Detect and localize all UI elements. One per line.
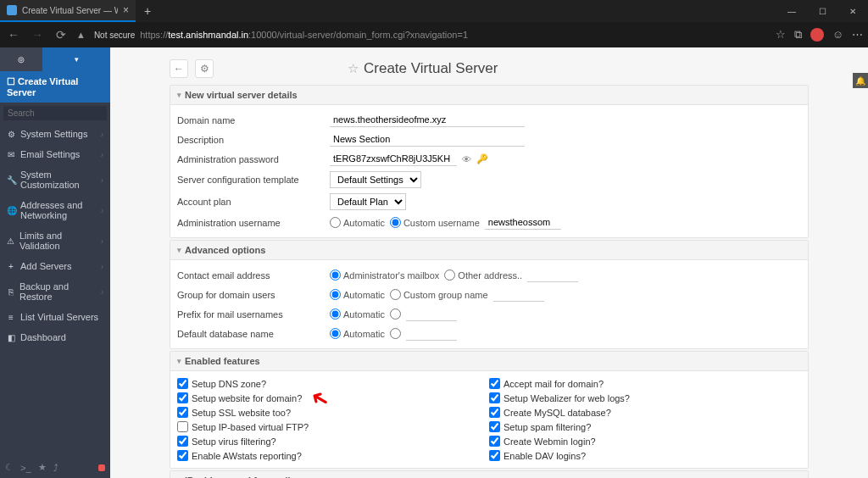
config-template-select[interactable]: Default Settings	[330, 171, 421, 188]
feature-checkbox[interactable]: Enable AWstats reporting?	[177, 448, 489, 463]
sidebar-item-8[interactable]: ◧Dashboard	[0, 327, 110, 347]
chevron-right-icon: ›	[101, 236, 103, 246]
new-tab-button[interactable]: +	[136, 4, 159, 18]
username-automatic-radio[interactable]: Automatic	[330, 217, 385, 228]
sidebar-header: ☐ Create Virtual Server	[0, 71, 110, 103]
window-maximize-button[interactable]: ☐	[807, 0, 837, 22]
sidebar-item-label: System Settings	[20, 129, 87, 139]
window-minimize-button[interactable]: —	[776, 0, 807, 22]
admin-password-input[interactable]	[330, 152, 457, 166]
config-template-label: Server configuration template	[177, 175, 330, 185]
sidebar-search-input[interactable]	[3, 106, 107, 120]
chevron-right-icon: ›	[101, 287, 103, 297]
url-scheme: https://	[140, 30, 168, 40]
feature-checkbox[interactable]: Create MySQL database?	[489, 405, 801, 420]
feature-checkbox[interactable]: Setup spam filtering?	[489, 420, 801, 434]
account-plan-label: Account plan	[177, 197, 330, 207]
section-ip-forwarding[interactable]: ▾IP address and forwarding	[170, 471, 808, 478]
feature-checkbox[interactable]: Accept mail for domain?	[489, 376, 801, 391]
db-custom-radio[interactable]	[390, 328, 401, 339]
webmin-tab[interactable]: ◎ Webmin	[0, 47, 42, 71]
generate-password-icon[interactable]: 🔑	[476, 153, 488, 164]
contact-other-input[interactable]	[527, 268, 578, 282]
admin-password-label: Administration password	[177, 154, 330, 164]
prefix-automatic-radio[interactable]: Automatic	[330, 308, 385, 320]
sidebar-bottom-toolbar: ☾ >_ ★ ⤴	[0, 457, 110, 478]
feature-checkbox[interactable]: Setup virus filtering?	[177, 434, 489, 448]
virtualmin-tab[interactable]: ▾ Virtualmin	[42, 47, 110, 71]
admin-username-label: Administration username	[177, 218, 330, 228]
profile-avatar[interactable]	[810, 28, 824, 42]
feature-checkbox[interactable]: Setup IP-based virtual FTP?	[177, 420, 489, 434]
favorite-page-icon[interactable]: ☆	[348, 61, 359, 76]
section-new-server-details[interactable]: ▾New virtual server details	[170, 86, 808, 105]
sidebar-item-2[interactable]: 🔧System Customization›	[0, 164, 110, 195]
terminal-icon[interactable]: >_	[20, 463, 31, 473]
tab-close-icon[interactable]: ×	[123, 4, 129, 16]
share-icon[interactable]: ⤴	[53, 463, 58, 473]
alert-indicator[interactable]	[98, 464, 105, 471]
feature-checkbox[interactable]: Create Webmin login?	[489, 434, 801, 448]
page-settings-button[interactable]: ⚙	[195, 59, 214, 78]
show-password-icon[interactable]: 👁	[462, 154, 471, 164]
group-custom-radio[interactable]: Custom group name	[390, 289, 488, 300]
refresh-button[interactable]: ⟳	[53, 28, 70, 42]
contact-other-radio[interactable]: Other address..	[444, 270, 522, 281]
group-custom-input[interactable]	[493, 287, 544, 302]
moon-icon[interactable]: ☾	[5, 462, 14, 473]
not-secure-label: Not secure	[94, 31, 135, 40]
username-custom-radio[interactable]: Custom username	[390, 217, 480, 228]
chevron-right-icon: ›	[101, 262, 103, 271]
sidebar-item-1[interactable]: ✉Email Settings›	[0, 144, 110, 164]
feature-checkbox[interactable]: Setup website for domain?	[177, 391, 489, 405]
back-button[interactable]: ←	[5, 28, 22, 42]
sidebar-icon: ◧	[7, 333, 15, 342]
notification-bell-icon[interactable]: 🔔	[853, 73, 868, 88]
sidebar-item-label: Dashboard	[20, 332, 66, 342]
group-automatic-radio[interactable]: Automatic	[330, 289, 385, 300]
url-path: :10000/virtual-server/domain_form.cgi?xn…	[248, 30, 468, 40]
feature-checkbox[interactable]: Setup Webalizer for web logs?	[489, 391, 801, 405]
face-icon[interactable]: ☺	[832, 28, 843, 42]
domain-name-label: Domain name	[177, 115, 330, 125]
sidebar-item-4[interactable]: ⚠Limits and Validation›	[0, 225, 110, 256]
account-plan-select[interactable]: Default Plan	[330, 193, 406, 210]
feature-checkbox[interactable]: Setup DNS zone?	[177, 376, 489, 391]
tab-title: Create Virtual Server — Webmi...	[22, 6, 118, 15]
sidebar-item-label: Limits and Validation	[19, 231, 96, 251]
sidebar-item-3[interactable]: 🌐Addresses and Networking›	[0, 195, 110, 225]
contact-admin-mailbox-radio[interactable]: Administrator's mailbox	[330, 270, 439, 281]
section-enabled-features[interactable]: ▾Enabled features	[170, 352, 808, 371]
page-back-button[interactable]: ←	[170, 59, 188, 78]
default-db-label: Default database name	[177, 329, 330, 339]
forward-button[interactable]: →	[29, 28, 46, 42]
prefix-custom-input[interactable]	[406, 307, 457, 321]
browser-tab[interactable]: Create Virtual Server — Webmi... ×	[0, 0, 136, 22]
sidebar-item-6[interactable]: ⎘Backup and Restore›	[0, 276, 110, 307]
feature-checkbox[interactable]: Setup SSL website too?	[177, 405, 489, 420]
chevron-right-icon: ›	[101, 150, 103, 159]
section-advanced-options[interactable]: ▾Advanced options	[170, 241, 808, 260]
url-domain: test.anishmandal.in	[168, 30, 248, 40]
sidebar-icon: 🌐	[7, 206, 15, 215]
sidebar-item-0[interactable]: ⚙System Settings›	[0, 124, 110, 144]
star-icon[interactable]: ★	[38, 462, 47, 473]
chevron-right-icon: ›	[101, 130, 103, 139]
address-bar[interactable]: ▲ Not secure https://test.anishmandal.in…	[76, 30, 769, 40]
sidebar-item-label: Backup and Restore	[19, 281, 96, 302]
description-input[interactable]	[330, 132, 525, 147]
chevron-right-icon: ›	[101, 175, 103, 185]
prefix-custom-radio[interactable]	[390, 308, 401, 320]
db-automatic-radio[interactable]: Automatic	[330, 328, 385, 339]
sidebar-icon: +	[7, 262, 15, 271]
collections-icon[interactable]: ⧉	[794, 28, 802, 42]
sidebar-item-7[interactable]: ≡List Virtual Servers	[0, 307, 110, 327]
window-close-button[interactable]: ✕	[837, 0, 868, 22]
favorite-icon[interactable]: ☆	[776, 28, 786, 42]
feature-checkbox[interactable]: Enable DAV logins?	[489, 448, 801, 463]
admin-username-input[interactable]	[485, 215, 561, 230]
sidebar-item-5[interactable]: +Add Servers›	[0, 256, 110, 276]
menu-icon[interactable]: ⋯	[852, 28, 863, 42]
db-custom-input[interactable]	[406, 326, 457, 341]
domain-name-input[interactable]	[330, 113, 525, 127]
